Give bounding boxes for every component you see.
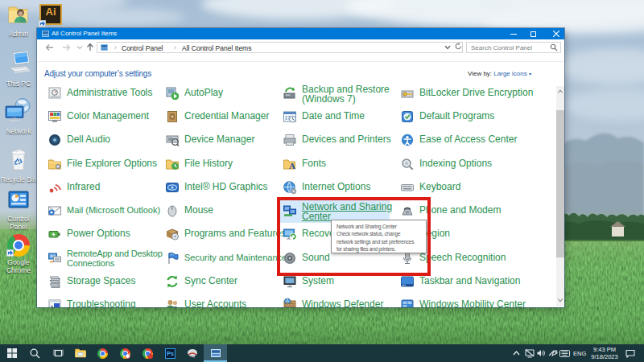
svg-text:A: A bbox=[289, 161, 295, 171]
